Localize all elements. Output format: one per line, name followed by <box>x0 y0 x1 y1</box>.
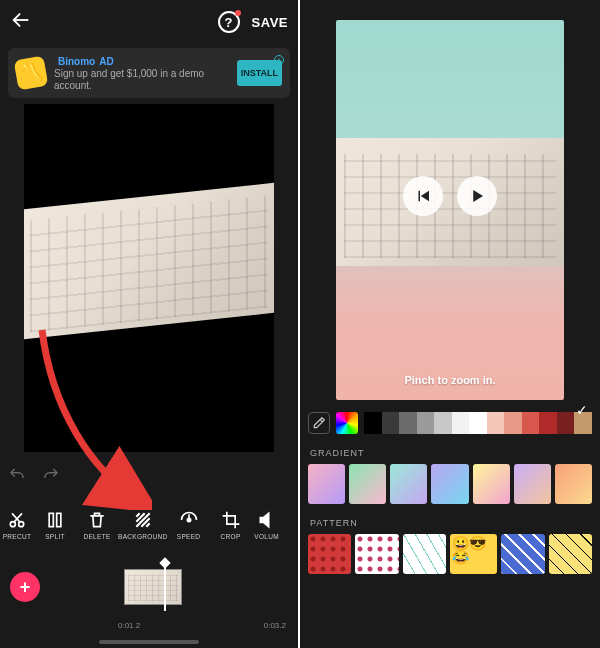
ad-info-icon[interactable]: i <box>274 55 284 65</box>
svg-point-4 <box>187 518 190 521</box>
color-swatch[interactable] <box>487 412 505 434</box>
color-swatch[interactable] <box>539 412 557 434</box>
gradient-swatch[interactable] <box>308 464 345 504</box>
ad-subtitle: Sign up and get $1,000 in a demo account… <box>54 68 229 92</box>
video-frame-content <box>24 183 274 339</box>
clip-thumbnail[interactable] <box>124 569 182 605</box>
checkmark-icon: ✓ <box>576 402 588 418</box>
gradient-swatch[interactable] <box>514 464 551 504</box>
tool-background[interactable]: BACKGROUND <box>118 510 168 540</box>
ad-tag: AD <box>99 56 113 67</box>
pattern-swatch[interactable] <box>549 534 592 574</box>
svg-rect-3 <box>57 513 61 526</box>
gradient-swatch[interactable] <box>431 464 468 504</box>
time-indicators: 0:01.2 0:03.2 <box>0 621 298 630</box>
color-swatch[interactable] <box>469 412 487 434</box>
gradient-swatch[interactable] <box>349 464 386 504</box>
nav-pill-icon <box>99 640 199 644</box>
pattern-section-label: PATTERN <box>310 518 600 528</box>
pattern-row: 😀😎😂 <box>300 534 600 582</box>
notification-dot-icon <box>235 10 241 16</box>
tool-delete[interactable]: DELETE <box>76 510 118 540</box>
tool-crop[interactable]: CROP <box>210 510 252 540</box>
undo-icon[interactable] <box>8 466 26 488</box>
timeline-track[interactable] <box>50 567 298 607</box>
color-swatch[interactable] <box>382 412 400 434</box>
time-total: 0:03.2 <box>264 621 286 630</box>
video-preview[interactable] <box>24 104 274 452</box>
skip-previous-button[interactable] <box>403 176 443 216</box>
gradient-swatch[interactable] <box>473 464 510 504</box>
pattern-swatch[interactable] <box>501 534 544 574</box>
ad-install-button[interactable]: INSTALL i <box>237 60 282 86</box>
tool-volume[interactable]: VOLUM <box>252 510 282 540</box>
solid-color-row: ✓ <box>308 412 592 434</box>
gradient-row <box>300 464 600 504</box>
gradient-section-label: GRADIENT <box>310 448 600 458</box>
color-swatch[interactable] <box>522 412 540 434</box>
color-swatch[interactable] <box>452 412 470 434</box>
color-swatch[interactable] <box>504 412 522 434</box>
save-button[interactable]: SAVE <box>252 15 288 30</box>
color-swatch-strip: ✓ <box>364 412 592 434</box>
pattern-swatch[interactable] <box>308 534 351 574</box>
color-swatch[interactable] <box>557 412 575 434</box>
color-swatch[interactable] <box>434 412 452 434</box>
add-clip-button[interactable]: + <box>10 572 40 602</box>
ad-brand: Binomo <box>58 56 95 67</box>
gradient-swatch[interactable] <box>390 464 427 504</box>
timeline[interactable]: + <box>0 560 298 614</box>
eyedropper-button[interactable] <box>308 412 330 434</box>
editor-main-pane: ? SAVE 〽️ BinomoAD Sign up and get $1,00… <box>0 0 300 648</box>
color-swatch[interactable] <box>417 412 435 434</box>
pattern-swatch[interactable] <box>403 534 446 574</box>
ad-text: BinomoAD Sign up and get $1,000 in a dem… <box>54 54 229 92</box>
undo-redo-group <box>8 466 60 488</box>
background-preview[interactable]: Pinch to zoom in. <box>336 20 564 400</box>
background-picker-pane: Pinch to zoom in. ✓ GRADIENT PATTERN 😀😎😂 <box>300 0 600 648</box>
tool-split[interactable]: SPLIT <box>34 510 76 540</box>
color-wheel-button[interactable] <box>336 412 358 434</box>
help-icon[interactable]: ? <box>218 11 240 33</box>
time-current: 0:01.2 <box>118 621 140 630</box>
top-bar: ? SAVE <box>0 0 298 44</box>
editor-toolbar: PRECUT SPLIT DELETE BACKGROUND SPEED CRO… <box>0 498 298 552</box>
redo-icon[interactable] <box>42 466 60 488</box>
tool-speed[interactable]: SPEED <box>168 510 210 540</box>
pattern-swatch[interactable]: 😀😎😂 <box>450 534 497 574</box>
playback-controls <box>336 176 564 216</box>
back-arrow-icon[interactable] <box>10 9 32 35</box>
playhead[interactable] <box>164 563 166 611</box>
ad-app-icon: 〽️ <box>14 56 49 91</box>
ad-banner[interactable]: 〽️ BinomoAD Sign up and get $1,000 in a … <box>8 48 290 98</box>
hint-text: Pinch to zoom in. <box>336 374 564 386</box>
pattern-swatch[interactable] <box>355 534 398 574</box>
color-swatch[interactable] <box>399 412 417 434</box>
svg-rect-2 <box>49 513 53 526</box>
tool-precut[interactable]: PRECUT <box>0 510 34 540</box>
color-swatch[interactable] <box>364 412 382 434</box>
play-button[interactable] <box>457 176 497 216</box>
gradient-swatch[interactable] <box>555 464 592 504</box>
